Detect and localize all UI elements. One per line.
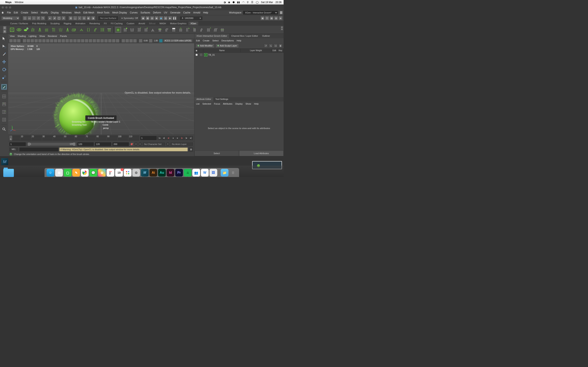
script-editor-icon[interactable]: ▤ — [189, 148, 193, 151]
character-set-select[interactable]: No Character Set — [143, 142, 165, 146]
tab-tool-settings[interactable]: Tool Settings — [213, 97, 230, 101]
sidebar-toggle-icon[interactable] — [280, 11, 282, 14]
xgen-brush-3-icon[interactable] — [136, 27, 142, 33]
play-end-field[interactable] — [77, 142, 94, 146]
ae-menu-show[interactable]: Show — [245, 103, 251, 105]
go-end-icon[interactable]: ▸| — [189, 136, 193, 140]
pt-snap3-icon[interactable] — [133, 39, 137, 42]
scale-tool[interactable] — [1, 74, 7, 80]
pt-sel-icon[interactable] — [122, 39, 125, 42]
search-icon[interactable]: ⚲ — [247, 1, 249, 4]
pt-xrayj-icon[interactable] — [85, 39, 88, 42]
menu-edit-mesh[interactable]: Edit Mesh — [83, 11, 94, 14]
render-setup-icon[interactable]: ▥ — [164, 16, 167, 20]
col-name[interactable]: Name — [203, 49, 241, 52]
dock-maya[interactable]: M — [141, 169, 149, 176]
shelf-tab-rigging[interactable]: Rigging — [62, 22, 73, 25]
pt-all-icon[interactable] — [96, 39, 100, 42]
dock-photos[interactable]: ✿ — [98, 169, 106, 176]
account-field[interactable]: 1802080 ▾ — [180, 17, 202, 20]
home-icon[interactable] — [1, 11, 4, 14]
dock-audition[interactable]: Au — [158, 169, 166, 176]
xgen-desc-icon[interactable]: X — [9, 27, 15, 33]
shelf-tab-rendering[interactable]: Rendering — [87, 22, 102, 25]
command-input[interactable] — [19, 148, 58, 151]
play-fwd-icon[interactable]: ▸ — [175, 136, 180, 140]
shelf-tab-mash[interactable]: MASH — [157, 22, 168, 25]
pt-snap2-icon[interactable] — [130, 39, 133, 42]
menu-mesh[interactable]: Mesh — [75, 11, 80, 14]
xgen-brush-13-icon[interactable]: + — [205, 27, 212, 33]
panel-renderer[interactable]: Renderer — [48, 35, 57, 37]
desktop-folder-icon[interactable] — [3, 169, 14, 177]
dock-teams[interactable]: 👥 — [192, 169, 200, 176]
pt-camera-icon[interactable] — [9, 39, 13, 42]
xgen-width-icon[interactable] — [58, 27, 64, 33]
menu-curves[interactable]: Curves — [130, 11, 138, 14]
step-back-key-icon[interactable]: ◂| — [162, 136, 166, 140]
tab-xgen-editor[interactable]: XGen Interactive Groom Editor — [194, 34, 229, 38]
shelf-gear-icon[interactable]: ⚙ — [3, 30, 6, 33]
move-up-icon[interactable]: ↗ — [264, 44, 268, 48]
pt-spot-icon[interactable] — [108, 39, 112, 42]
shelf-tab-bifrost[interactable]: Bifrost — [147, 22, 157, 25]
window-controls[interactable] — [2, 6, 11, 8]
pt-dir-icon[interactable] — [104, 39, 108, 42]
menu-file[interactable]: File — [7, 11, 11, 14]
dock-preview[interactable]: 🖼 — [209, 169, 217, 176]
xgen-brush-8-icon[interactable] — [171, 27, 177, 33]
undo-icon[interactable]: ↶ — [36, 16, 40, 20]
viewport[interactable]: XGen Splines:19 6800 GPU Memory:1 536120… — [8, 43, 194, 134]
panel-lighting[interactable]: Lighting — [29, 35, 36, 37]
mac-date[interactable]: Sat 19 Mar — [261, 1, 273, 4]
xgen-brush-1-icon[interactable] — [122, 27, 128, 33]
time-slider[interactable]: 102030405060708090100110 1 |◂ ◂| ◂| ◂ ▸ … — [8, 134, 194, 141]
help-icon[interactable]: ? — [9, 153, 12, 156]
dock-reminders[interactable] — [124, 169, 131, 176]
outliner-icon[interactable] — [1, 117, 7, 123]
app-name[interactable]: Maya — [5, 1, 11, 4]
dock-downloads[interactable]: 📁 — [221, 169, 228, 176]
anim-start-field[interactable] — [9, 142, 26, 146]
dock-premiere[interactable]: Pr — [175, 169, 183, 176]
xgen-bend-icon[interactable] — [92, 27, 98, 33]
shelf-menu-icon[interactable]: ☰ — [3, 26, 6, 30]
ae-menu-list[interactable]: List — [196, 103, 199, 105]
xgen-brush-9-icon[interactable] — [178, 27, 184, 33]
hypershade-icon[interactable]: ◉ — [155, 16, 158, 20]
dock-messages[interactable]: 💬 — [89, 169, 97, 176]
pt-image-icon[interactable] — [17, 39, 20, 42]
snap-curve-icon[interactable]: ◡ — [73, 16, 77, 20]
dock-spotify[interactable]: ♫ — [184, 169, 191, 176]
xgen-menu-help[interactable]: Help — [237, 39, 241, 42]
menu-select[interactable]: Select — [31, 11, 38, 14]
pt-ocio-toggle-icon[interactable] — [159, 39, 163, 42]
shelf-tab-arnold[interactable]: Arnold — [136, 22, 147, 25]
pt-shade2-icon[interactable] — [42, 39, 45, 42]
menu-edit[interactable]: Edit — [14, 11, 18, 14]
mac-menu-window[interactable]: Window — [15, 1, 24, 4]
last-tool[interactable] — [1, 84, 7, 90]
menu-cache[interactable]: Cache — [183, 11, 190, 14]
render-icon[interactable]: ▣ — [141, 16, 145, 20]
anim-menu-caret[interactable]: ▾ — [166, 142, 169, 146]
render-settings-icon[interactable]: ▤ — [150, 16, 154, 20]
close-window[interactable] — [2, 6, 4, 8]
gamma-value[interactable]: 1.00 — [153, 40, 158, 42]
dock-finder[interactable]: ☺ — [47, 169, 54, 176]
ipr-icon[interactable]: ▦ — [146, 16, 149, 20]
search-tool-icon[interactable] — [1, 126, 7, 132]
pt-cube-icon[interactable] — [89, 39, 92, 42]
expand-toggle[interactable]: + — [200, 54, 202, 56]
mac-time[interactable]: 20:36 — [276, 1, 282, 4]
pt-wire-icon[interactable] — [46, 39, 49, 42]
pt-shade1-icon[interactable] — [38, 39, 42, 42]
col-edit[interactable]: Edit — [271, 49, 277, 52]
autokey-icon[interactable]: + — [130, 142, 133, 146]
pt-res-icon[interactable] — [35, 39, 38, 42]
xgen-twist-icon[interactable] — [85, 27, 91, 33]
control-center-icon[interactable]: ☰ — [251, 1, 253, 4]
dock-calendar-1[interactable]: MAI2 — [107, 169, 114, 176]
snap-center-icon[interactable]: ◎ — [82, 16, 86, 20]
xgen-brush-7-icon[interactable] — [164, 27, 170, 33]
